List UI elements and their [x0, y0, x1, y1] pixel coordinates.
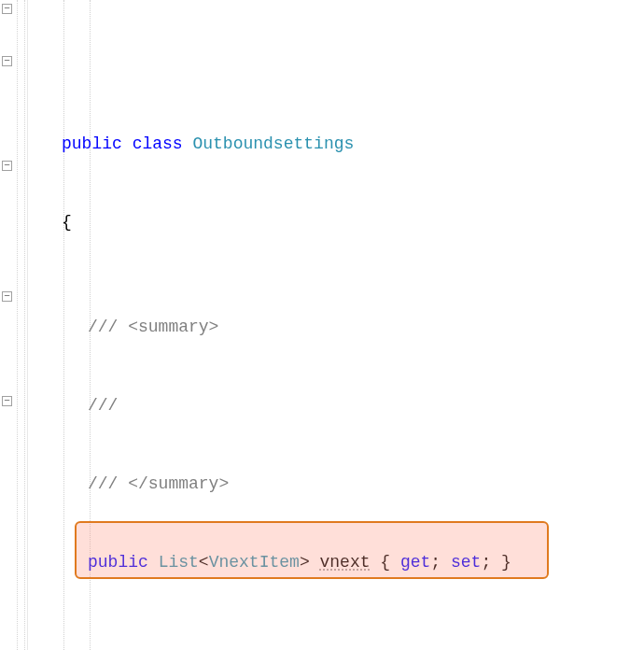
doc-comment: ///	[35, 392, 644, 418]
class-declaration: public class Outboundsettings	[35, 131, 644, 157]
fold-toggle-icon[interactable]	[2, 291, 12, 302]
code-area[interactable]: public class Outboundsettings { /// <sum…	[28, 0, 644, 650]
gutter	[0, 0, 28, 650]
open-brace: {	[35, 209, 644, 235]
fold-toggle-icon[interactable]	[2, 396, 12, 406]
fold-toggle-icon[interactable]	[2, 161, 12, 171]
code-editor[interactable]: public class Outboundsettings { /// <sum…	[0, 0, 644, 650]
fold-toggle-icon[interactable]	[2, 4, 12, 14]
doc-comment: /// </summary>	[35, 471, 644, 497]
property-vnext: public List<VnextItem> vnext { get; set;…	[35, 549, 644, 575]
doc-comment: /// <summary>	[35, 314, 644, 340]
fold-toggle-icon[interactable]	[2, 56, 12, 66]
